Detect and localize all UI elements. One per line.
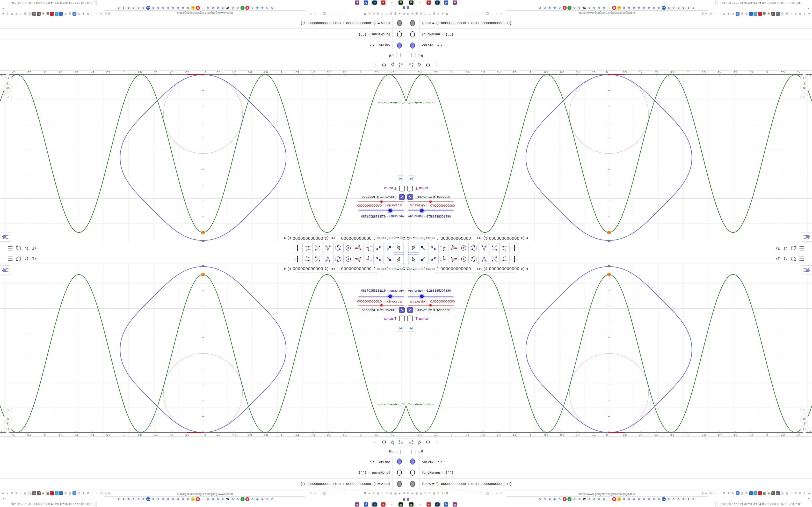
algebra-row-funcs[interactable]: funcs = {1.000000000000 + cos(4.00000000… (0, 478, 406, 490)
status-dot-icon[interactable]: ● (1, 491, 5, 495)
tool-polygon[interactable] (449, 243, 458, 253)
tracing-checkbox[interactable] (399, 186, 405, 191)
tab-flower[interactable]: ✿ (676, 6, 680, 10)
wrench2-icon[interactable]: ✐ (794, 491, 798, 495)
shield-pale-icon[interactable]: ◇ (28, 12, 32, 16)
add-circle-icon[interactable]: + (749, 12, 753, 16)
tool-angle[interactable]: α (479, 243, 489, 253)
dev-box-icon[interactable]: D (771, 491, 775, 495)
trash-icon[interactable]: ▤ (762, 12, 766, 16)
zoom-in-button[interactable]: ⊕ (4, 84, 12, 92)
settings-app-icon-button[interactable]: ⚙ (380, 0, 387, 5)
avatar-app-icon-button[interactable]: ◉ (354, 0, 360, 5)
graphics-stylebar-toggle[interactable] (0, 265, 11, 275)
url-text[interactable]: https://www.geogebra.org/classic/aagcxh3… (579, 492, 635, 496)
tab-flower[interactable]: ✿ (161, 6, 165, 10)
tab-google[interactable]: G (538, 6, 542, 10)
extension-olive-icon[interactable]: ● (410, 491, 414, 495)
status-dot-icon[interactable]: ● (1, 12, 5, 16)
tool-angle[interactable]: α (479, 254, 489, 264)
settings-app-icon-button[interactable]: ⚙ (425, 0, 432, 5)
play-animation-button[interactable]: ▶ (408, 175, 415, 182)
shield-icon[interactable]: ◇ (495, 12, 499, 16)
firefox-icon[interactable]: ● (367, 12, 371, 16)
visibility-marble[interactable] (410, 20, 415, 26)
curvature-function-value[interactable]: 1.000000000000 + cos(4.000000000000 x) (437, 236, 524, 241)
globe-icon[interactable]: ◍ (415, 491, 418, 495)
tab-swirl[interactable]: ◉ (602, 497, 606, 501)
curvature-function-input[interactable]: 1.000000000000 + cos(4.000000000000 x) ▼ (296, 234, 377, 242)
tab-overflow-icon[interactable]: ∧ (2, 6, 5, 10)
curvature-function-input[interactable]: 1.000000000000 + cos(4.000000000000 x) ▼ (435, 234, 516, 242)
tab-wikipedia[interactable]: W (226, 497, 230, 501)
globe-color-icon[interactable]: ◉ (767, 12, 771, 16)
redo-icon[interactable]: ↻ (783, 245, 788, 251)
share-icon[interactable]: ♢ (789, 491, 793, 495)
play-animation-button[interactable]: ▶ (397, 325, 404, 332)
save64-app-icon-button[interactable]: 64 (443, 502, 449, 507)
gear-icon[interactable]: ⚙ (745, 491, 749, 495)
tab-google[interactable]: G (250, 6, 254, 10)
display-app-icon-button[interactable]: ⚙ (434, 502, 441, 507)
visibility-marble[interactable] (397, 20, 402, 26)
tab-flower[interactable]: ✿ (141, 6, 146, 10)
globe-icon[interactable]: ◍ (394, 12, 397, 16)
tab-google[interactable]: G (250, 497, 254, 501)
home-button[interactable]: ⌂ (4, 94, 12, 101)
zoom-out-button[interactable]: ⊖ (800, 74, 808, 82)
home-button[interactable]: ⌂ (4, 406, 12, 413)
undo-icon[interactable]: ↺ (776, 245, 780, 251)
download-icon[interactable]: ↧ (727, 12, 730, 16)
bookmark-star-icon[interactable]: ☆ (713, 491, 717, 495)
firefox-app-icon-button[interactable]: ◕ (389, 0, 395, 5)
address-bar[interactable]: https://www.geogebra.org/classic/aagcxh3… (104, 10, 306, 16)
gear-icon[interactable]: ⚙ (63, 491, 67, 495)
status-dot-icon[interactable]: ● (807, 491, 811, 495)
tab-flower[interactable]: ✿ (676, 497, 680, 501)
tool-perpendicular-line[interactable] (439, 254, 448, 264)
tab-google[interactable]: G (558, 6, 562, 10)
arc-length-slider[interactable] (358, 296, 404, 297)
tab-flower[interactable]: ✿ (657, 6, 661, 10)
arc-icon[interactable]: ◠ (380, 491, 384, 495)
tab-google[interactable]: G (265, 6, 269, 10)
curvature-function-input[interactable]: 1.000000000000 + cos(4.000000000000 x) ▼ (435, 265, 516, 273)
dot-small-icon[interactable]: ○ (337, 491, 339, 494)
add-circle-icon[interactable]: + (59, 491, 63, 495)
tab-flower[interactable]: ✿ (647, 497, 651, 501)
tool-circle-center-point[interactable] (343, 254, 353, 264)
tab-gear[interactable]: ⚙ (681, 6, 686, 10)
tab-red-f[interactable]: f (121, 497, 126, 501)
tool-point[interactable]: A (418, 243, 428, 253)
zoom-level-badge[interactable]: 81% (105, 492, 110, 495)
download-icon[interactable]: ↧ (727, 491, 730, 495)
tab-google[interactable]: G (572, 6, 576, 10)
tab-flower[interactable]: ✿ (132, 6, 136, 10)
home-button[interactable]: ⌂ (800, 406, 808, 413)
dot-small-icon[interactable]: ○ (333, 13, 336, 16)
zoom-level-badge[interactable]: 81% (105, 12, 110, 15)
avatar-app-icon-button[interactable]: ◉ (452, 502, 458, 507)
ublock-icon[interactable]: uO (33, 12, 36, 16)
algebra-expression[interactable]: funcs = {1.000000000000 + cos(4.00000000… (300, 482, 390, 486)
curve-start-point[interactable] (608, 74, 610, 75)
dot-small-icon[interactable]: ○ (469, 13, 472, 16)
arc-position-slider-handle[interactable] (380, 304, 383, 306)
forward-icon[interactable]: → (718, 12, 722, 16)
tab-google[interactable]: G (572, 497, 576, 501)
dot-small-icon[interactable]: ○ (476, 491, 479, 494)
tool-reflect[interactable] (313, 243, 323, 253)
fx-button[interactable]: fx (388, 61, 396, 69)
trash-icon[interactable]: ▤ (762, 491, 766, 495)
tool-move[interactable] (408, 254, 418, 264)
curvature-point[interactable] (608, 273, 611, 276)
tab-google[interactable]: G (597, 6, 601, 10)
algebra-expression[interactable]: funcs = {1.000000000000 + cos(4.00000000… (422, 482, 512, 486)
tool-point[interactable]: A (384, 243, 394, 253)
tool-move[interactable] (394, 243, 404, 253)
arc-length-slider-handle[interactable] (388, 209, 392, 213)
tab-red-f[interactable]: f (686, 6, 691, 10)
visibility-marble[interactable] (397, 32, 402, 38)
tab-flower[interactable]: ✿ (692, 6, 696, 10)
tool-conic[interactable] (333, 243, 343, 253)
